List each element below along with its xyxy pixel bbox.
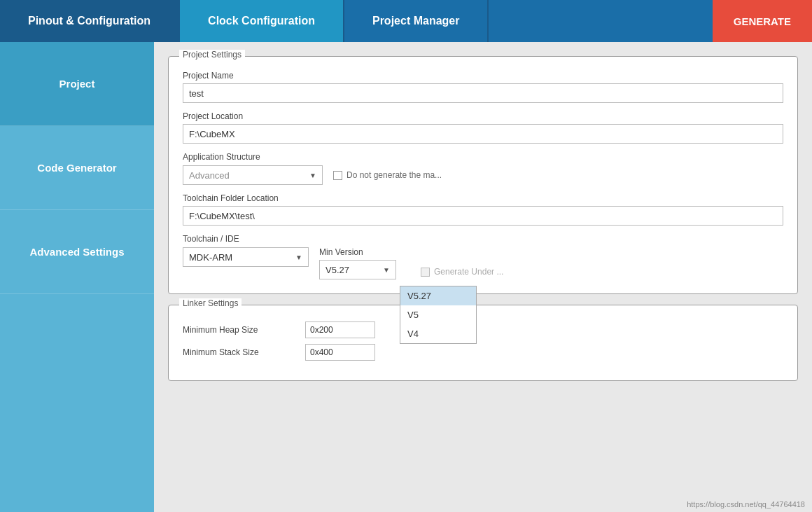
project-location-label: Project Location — [183, 111, 783, 121]
dropdown-item-v5[interactable]: V5 — [400, 305, 476, 324]
min-version-label: Min Version — [319, 247, 396, 257]
generate-button[interactable]: GENERATE — [713, 0, 812, 42]
generate-under-checkbox[interactable] — [421, 268, 430, 277]
top-tab-bar: Pinout & Configuration Clock Configurati… — [0, 0, 812, 42]
toolchain-folder-input[interactable] — [183, 206, 783, 226]
tab-project-manager[interactable]: Project Manager — [344, 0, 489, 42]
app-structure-label: Application Structure — [183, 152, 783, 162]
do-not-generate-checkbox[interactable] — [333, 171, 342, 180]
toolchain-folder-label: Toolchain Folder Location — [183, 193, 783, 203]
toolchain-row: MDK-ARM ▼ Min Version V5.27 ▼ Generate U… — [183, 247, 783, 279]
tab-pinout[interactable]: Pinout & Configuration — [0, 0, 180, 42]
stack-size-label: Minimum Stack Size — [183, 347, 295, 357]
heap-size-input[interactable] — [305, 321, 375, 338]
toolchain-select[interactable]: MDK-ARM ▼ — [183, 247, 309, 267]
stack-size-input[interactable] — [305, 344, 375, 361]
min-version-select[interactable]: V5.27 ▼ — [319, 260, 396, 279]
min-version-dropdown: V5.27 V5 V4 — [400, 286, 477, 344]
chevron-down-icon: ▼ — [295, 254, 302, 261]
stack-size-row: Minimum Stack Size — [183, 344, 783, 361]
app-structure-row: Advanced ▼ Do not generate the ma... — [183, 165, 783, 185]
project-settings-title: Project Settings — [179, 50, 245, 60]
content-area: Project Settings Project Name Project Lo… — [154, 42, 812, 512]
project-name-input[interactable] — [183, 83, 783, 103]
project-location-input[interactable] — [183, 124, 783, 144]
generate-under-label: Generate Under ... — [434, 267, 503, 277]
linker-settings-group: Linker Settings Minimum Heap Size Minimu… — [168, 305, 798, 381]
chevron-down-icon: ▼ — [383, 266, 390, 274]
dropdown-item-v527[interactable]: V5.27 — [400, 286, 476, 305]
sidebar-item-code-generator[interactable]: Code Generator — [0, 126, 154, 210]
sidebar-item-advanced-settings[interactable]: Advanced Settings — [0, 210, 154, 294]
project-settings-group: Project Settings Project Name Project Lo… — [168, 56, 798, 294]
chevron-down-icon: ▼ — [309, 172, 316, 179]
watermark: https://blog.csdn.net/qq_44764418 — [687, 500, 805, 508]
sidebar-item-project[interactable]: Project — [0, 42, 154, 126]
app-structure-select[interactable]: Advanced ▼ — [183, 165, 323, 185]
heap-size-row: Minimum Heap Size — [183, 321, 783, 338]
do-not-generate-row: Do not generate the ma... — [333, 170, 442, 180]
heap-size-label: Minimum Heap Size — [183, 325, 295, 335]
main-layout: Project Code Generator Advanced Settings… — [0, 42, 812, 512]
do-not-generate-label: Do not generate the ma... — [346, 170, 442, 180]
generate-under-row: Generate Under ... — [421, 267, 503, 277]
tab-clock[interactable]: Clock Configuration — [180, 0, 344, 42]
dropdown-item-v4[interactable]: V4 — [400, 324, 476, 343]
sidebar: Project Code Generator Advanced Settings — [0, 42, 154, 512]
linker-settings-title: Linker Settings — [179, 298, 241, 308]
min-version-group: Min Version V5.27 ▼ — [319, 247, 396, 279]
toolchain-ide-label: Toolchain / IDE — [183, 234, 783, 244]
project-name-label: Project Name — [183, 71, 783, 81]
